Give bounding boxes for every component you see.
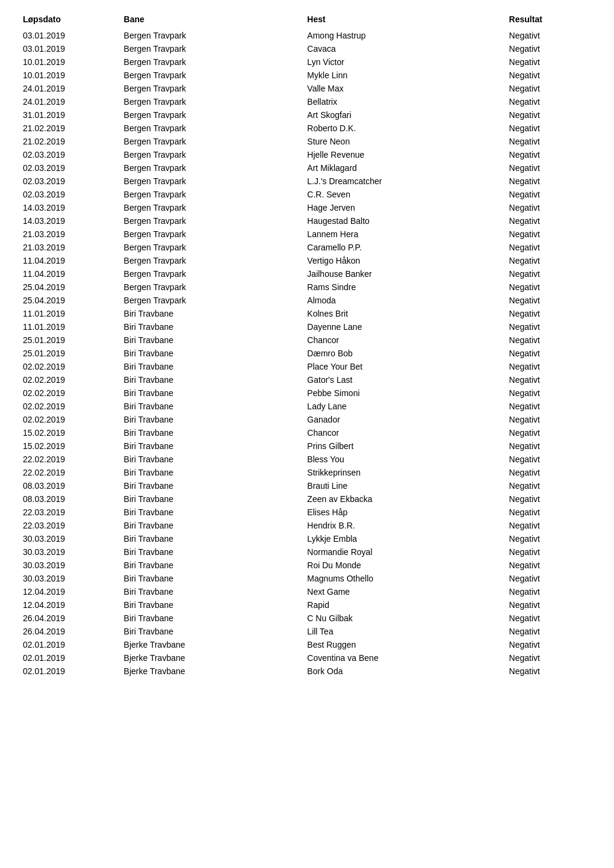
cell-date: 02.03.2019 (18, 148, 119, 161)
cell-resultat: Negativt (504, 320, 596, 333)
cell-bane: Biri Travbane (119, 479, 303, 492)
cell-date: 10.01.2019 (18, 55, 119, 69)
table-row: 02.03.2019Bergen TravparkL.J.'s Dreamcat… (18, 175, 596, 188)
cell-bane: Bergen Travpark (119, 95, 303, 108)
cell-resultat: Negativt (504, 545, 596, 559)
cell-resultat: Negativt (504, 651, 596, 665)
table-row: 22.03.2019Biri TravbaneHendrix B.R.Negat… (18, 519, 596, 532)
cell-bane: Biri Travbane (119, 400, 303, 413)
cell-bane: Bergen Travpark (119, 254, 303, 267)
cell-hest: Zeen av Ekbacka (302, 492, 504, 506)
cell-resultat: Negativt (504, 559, 596, 572)
table-row: 31.01.2019Bergen TravparkArt SkogfariNeg… (18, 108, 596, 122)
cell-bane: Bjerke Travbane (119, 651, 303, 665)
cell-bane: Biri Travbane (119, 506, 303, 519)
cell-bane: Biri Travbane (119, 386, 303, 400)
table-row: 03.01.2019Bergen TravparkAmong HastrupNe… (18, 29, 596, 42)
col-header-bane: Bane (119, 12, 303, 29)
table-row: 15.02.2019Biri TravbaneChancorNegativt (18, 426, 596, 439)
cell-date: 02.02.2019 (18, 360, 119, 373)
cell-hest: Dayenne Lane (302, 320, 504, 333)
table-row: 25.01.2019Biri TravbaneDæmro BobNegativt (18, 347, 596, 360)
cell-date: 03.01.2019 (18, 42, 119, 55)
cell-bane: Biri Travbane (119, 439, 303, 453)
table-row: 02.02.2019Biri TravbaneGanadorNegativt (18, 413, 596, 426)
table-row: 02.01.2019Bjerke TravbaneBork OdaNegativ… (18, 665, 596, 678)
cell-date: 08.03.2019 (18, 492, 119, 506)
cell-bane: Biri Travbane (119, 373, 303, 386)
cell-date: 10.01.2019 (18, 69, 119, 82)
cell-resultat: Negativt (504, 439, 596, 453)
table-row: 03.01.2019Bergen TravparkCavacaNegativt (18, 42, 596, 55)
table-row: 10.01.2019Bergen TravparkLyn VictorNegat… (18, 55, 596, 69)
cell-resultat: Negativt (504, 122, 596, 135)
cell-resultat: Negativt (504, 347, 596, 360)
cell-bane: Bergen Travpark (119, 135, 303, 148)
cell-hest: Jailhouse Banker (302, 267, 504, 281)
cell-hest: Haugestad Balto (302, 214, 504, 228)
cell-hest: Lannem Hera (302, 228, 504, 241)
cell-hest: Ganador (302, 413, 504, 426)
cell-resultat: Negativt (504, 307, 596, 320)
cell-hest: Sture Neon (302, 135, 504, 148)
table-row: 10.01.2019Bergen TravparkMykle LinnNegat… (18, 69, 596, 82)
cell-date: 21.03.2019 (18, 228, 119, 241)
cell-date: 14.03.2019 (18, 214, 119, 228)
cell-hest: Caramello P.P. (302, 241, 504, 254)
cell-hest: Next Game (302, 585, 504, 598)
cell-date: 12.04.2019 (18, 585, 119, 598)
table-row: 11.01.2019Biri TravbaneDayenne LaneNegat… (18, 320, 596, 333)
cell-resultat: Negativt (504, 532, 596, 545)
cell-date: 02.03.2019 (18, 188, 119, 201)
cell-hest: Coventina va Bene (302, 651, 504, 665)
cell-resultat: Negativt (504, 665, 596, 678)
table-row: 21.02.2019Bergen TravparkRoberto D.K.Neg… (18, 122, 596, 135)
table-row: 25.04.2019Bergen TravparkAlmodaNegativt (18, 294, 596, 307)
cell-date: 02.02.2019 (18, 413, 119, 426)
cell-hest: Valle Max (302, 82, 504, 95)
cell-date: 22.02.2019 (18, 453, 119, 466)
cell-resultat: Negativt (504, 241, 596, 254)
table-row: 11.04.2019Bergen TravparkVertigo HåkonNe… (18, 254, 596, 267)
cell-hest: Art Skogfari (302, 108, 504, 122)
cell-hest: Chancor (302, 426, 504, 439)
cell-date: 25.01.2019 (18, 347, 119, 360)
cell-hest: Pebbe Simoni (302, 386, 504, 400)
cell-hest: Bless You (302, 453, 504, 466)
cell-hest: Almoda (302, 294, 504, 307)
cell-date: 21.03.2019 (18, 241, 119, 254)
cell-hest: Lill Tea (302, 625, 504, 638)
cell-resultat: Negativt (504, 108, 596, 122)
cell-bane: Bjerke Travbane (119, 638, 303, 651)
cell-resultat: Negativt (504, 148, 596, 161)
cell-bane: Biri Travbane (119, 453, 303, 466)
cell-bane: Bjerke Travbane (119, 665, 303, 678)
table-row: 24.01.2019Bergen TravparkValle MaxNegati… (18, 82, 596, 95)
cell-date: 22.03.2019 (18, 519, 119, 532)
table-row: 08.03.2019Biri TravbaneZeen av EkbackaNe… (18, 492, 596, 506)
cell-resultat: Negativt (504, 612, 596, 625)
cell-hest: Roi Du Monde (302, 559, 504, 572)
cell-resultat: Negativt (504, 228, 596, 241)
cell-resultat: Negativt (504, 506, 596, 519)
cell-resultat: Negativt (504, 135, 596, 148)
cell-hest: Lyn Victor (302, 55, 504, 69)
cell-bane: Biri Travbane (119, 612, 303, 625)
cell-date: 02.01.2019 (18, 651, 119, 665)
cell-date: 22.02.2019 (18, 466, 119, 479)
cell-date: 11.04.2019 (18, 254, 119, 267)
table-row: 14.03.2019Bergen TravparkHaugestad Balto… (18, 214, 596, 228)
cell-hest: Hjelle Revenue (302, 148, 504, 161)
cell-bane: Bergen Travpark (119, 122, 303, 135)
cell-bane: Biri Travbane (119, 360, 303, 373)
cell-hest: Brauti Line (302, 479, 504, 492)
cell-resultat: Negativt (504, 360, 596, 373)
table-row: 24.01.2019Bergen TravparkBellatrixNegati… (18, 95, 596, 108)
table-row: 21.02.2019Bergen TravparkSture NeonNegat… (18, 135, 596, 148)
cell-bane: Bergen Travpark (119, 108, 303, 122)
cell-resultat: Negativt (504, 479, 596, 492)
table-row: 30.03.2019Biri TravbaneLykkje EmblaNegat… (18, 532, 596, 545)
cell-bane: Biri Travbane (119, 320, 303, 333)
table-row: 22.03.2019Biri TravbaneElises HåpNegativ… (18, 506, 596, 519)
cell-resultat: Negativt (504, 267, 596, 281)
